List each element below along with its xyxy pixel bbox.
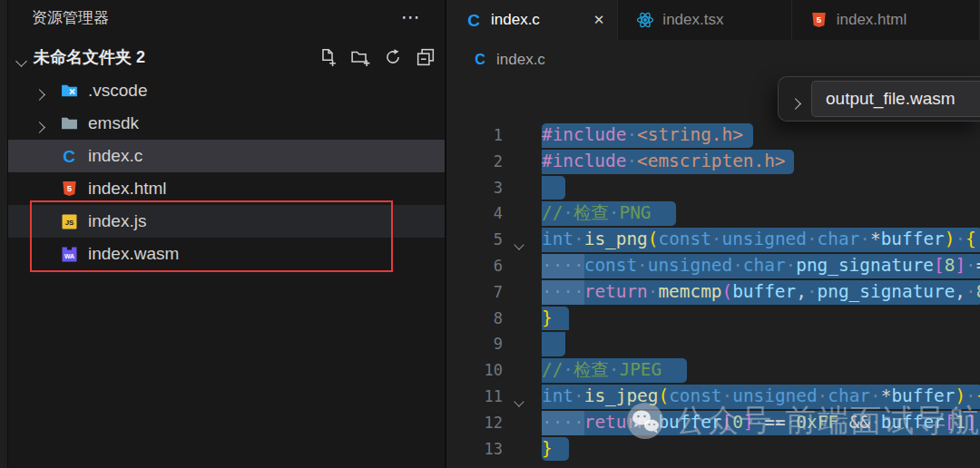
c-file-icon: C [59, 146, 79, 166]
folder-icon [59, 113, 79, 133]
code-line-4[interactable]: 4//·检查·PNG [446, 200, 980, 227]
line-number: 10 [446, 357, 503, 384]
wasm-icon: WA [59, 244, 79, 264]
file-name: .vscode [88, 74, 147, 107]
js-icon: JS [59, 211, 79, 231]
code-text: //·检查·JPEG [542, 357, 662, 384]
code-line-5[interactable]: 5int·is_png(const·unsigned·char·*buffer)… [446, 227, 980, 253]
tree-item-index.js[interactable]: JSindex.js [8, 205, 445, 238]
line-number: 4 [446, 200, 503, 227]
code-line-13[interactable]: 13} [446, 436, 980, 463]
chevron-right-icon [35, 86, 44, 102]
sidebar-title-row: 资源管理器 ⋯ [8, 0, 445, 36]
tab-label: index.tsx [662, 11, 723, 29]
explorer-title: 资源管理器 [32, 0, 109, 36]
line-number: 7 [446, 279, 503, 306]
code-text: } [542, 436, 553, 463]
chevron-right-icon [35, 119, 44, 135]
code-line-2[interactable]: 2#include·<emscripten.h> [446, 149, 980, 175]
collapse-all-icon[interactable] [416, 47, 436, 67]
tab-index.tsx[interactable]: index.tsx [618, 0, 791, 40]
code-line-10[interactable]: 10//·检查·JPEG [446, 357, 980, 384]
react-icon [636, 11, 654, 29]
line-number: 9 [446, 331, 503, 357]
file-name: index.c [88, 140, 142, 172]
line-number: 6 [446, 253, 503, 279]
html5-icon: 5 [810, 11, 828, 29]
code-line-8[interactable]: 8} [446, 306, 980, 332]
tab-label: index.html [837, 11, 906, 29]
code-line-11[interactable]: 11int·is_jpeg(const·unsigned·char·*buffe… [446, 384, 980, 410]
code-text: ····return·memcmp(buffer,·png_signature,… [542, 279, 980, 306]
selection-highlight [542, 176, 565, 200]
selection-highlight [542, 332, 565, 356]
line-number: 5 [446, 227, 503, 253]
new-file-icon[interactable] [318, 47, 338, 67]
code-line-12[interactable]: 12····return·buffer[0]·==·0xFF·&&·buffer… [446, 410, 980, 436]
tree-item-index.c[interactable]: Cindex.c [8, 140, 445, 172]
explorer-sidebar: 资源管理器 ⋯ 未命名文件夹 2 .vscodeemsdkCindex.c5in… [8, 0, 445, 468]
file-name: index.wasm [88, 238, 179, 270]
tab-label: index.c [491, 11, 540, 29]
line-number: 12 [446, 410, 503, 436]
code-text: int·is_png(const·unsigned·char·*buffer)·… [542, 227, 976, 253]
html5-icon: 5 [59, 179, 79, 199]
tab-index.c[interactable]: Cindex.c✕ [446, 0, 618, 40]
refresh-icon[interactable] [383, 47, 403, 67]
popup-item-label: output_file.wasm [812, 82, 980, 116]
folder-section-header[interactable]: 未命名文件夹 2 [8, 42, 445, 73]
code-text: ····const·unsigned·char·png_signature[8]… [542, 253, 980, 279]
code-line-1[interactable]: 1#include·<string.h> [446, 122, 980, 149]
code-line-9[interactable]: 9 [446, 331, 980, 357]
file-name: emsdk [88, 107, 139, 140]
chevron-right-icon[interactable] [791, 95, 799, 112]
folder-vscode-icon [59, 81, 79, 101]
code-text: #include·<string.h> [542, 122, 743, 149]
editor-group: Cindex.c✕index.tsx5index.html C index.c … [445, 0, 980, 468]
c-file-icon: C [465, 11, 483, 29]
code-text: int·is_jpeg(const·unsigned·char·*buffer)… [542, 384, 980, 410]
breadcrumb[interactable]: C index.c [446, 40, 980, 80]
line-number: 3 [446, 175, 503, 201]
fold-chevron-icon[interactable] [515, 393, 523, 409]
tree-item-emsdk[interactable]: emsdk [8, 107, 445, 140]
code-line-6[interactable]: 6····const·unsigned·char·png_signature[8… [446, 253, 980, 279]
file-name: index.html [88, 172, 167, 205]
new-folder-icon[interactable] [350, 47, 370, 67]
code-text: ····return·buffer[0]·==·0xFF·&&·buffer[1… [542, 410, 976, 436]
code-line-7[interactable]: 7····return·memcmp(buffer,·png_signature… [446, 279, 980, 306]
file-name: index.js [88, 205, 146, 238]
popup-item[interactable]: output_file.wasm [811, 81, 980, 117]
root-folder-name: 未命名文件夹 2 [34, 42, 145, 73]
overlay-popup: output_file.wasm [778, 76, 980, 122]
svg-text:WA: WA [64, 252, 74, 258]
activity-bar-edge [0, 0, 8, 468]
tree-item-index.wasm[interactable]: WAindex.wasm [8, 238, 445, 270]
svg-text:JS: JS [64, 219, 74, 227]
code-text: //·检查·PNG [542, 200, 652, 227]
fold-chevron-icon[interactable] [515, 236, 523, 252]
c-file-icon: C [472, 51, 488, 69]
tree-item-.vscode[interactable]: .vscode [8, 74, 445, 107]
svg-text:5: 5 [817, 15, 822, 24]
editor-tabbar: Cindex.c✕index.tsx5index.html [446, 0, 980, 40]
line-number: 8 [446, 306, 503, 332]
tab-index.html[interactable]: 5index.html [792, 0, 980, 40]
line-number: 11 [446, 384, 503, 410]
code-line-3[interactable]: 3 [446, 175, 980, 201]
close-icon[interactable]: ✕ [593, 12, 605, 28]
svg-text:5: 5 [66, 183, 72, 193]
code-area[interactable]: 1#include·<string.h>2#include·<emscripte… [446, 122, 980, 462]
code-text: #include·<emscripten.h> [542, 149, 786, 175]
section-actions [318, 42, 436, 73]
more-actions-icon[interactable]: ⋯ [401, 0, 421, 34]
line-number: 13 [446, 436, 503, 463]
file-tree: .vscodeemsdkCindex.c5index.htmlJSindex.j… [8, 74, 445, 270]
chevron-down-icon [17, 53, 25, 69]
code-text: } [542, 306, 553, 332]
tree-item-index.html[interactable]: 5index.html [8, 172, 445, 205]
line-number: 2 [446, 149, 503, 175]
line-number: 1 [446, 122, 503, 149]
breadcrumb-item[interactable]: index.c [496, 51, 545, 69]
